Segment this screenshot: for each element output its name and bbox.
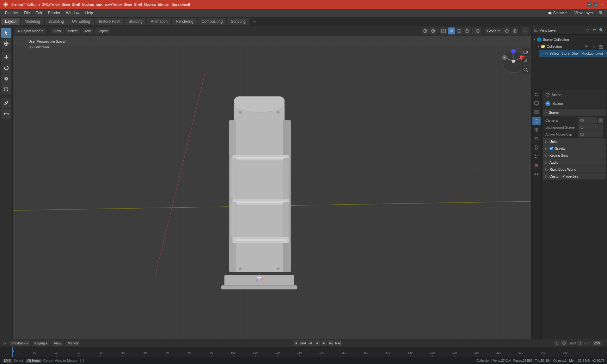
view-menu[interactable]: View <box>52 341 63 346</box>
viewport-options-button[interactable] <box>522 27 529 34</box>
keying-sets-section-header[interactable]: ▷ Keying Sets <box>543 152 606 159</box>
constraints-properties-button[interactable] <box>532 170 541 178</box>
outliner-search-button[interactable]: 🔍 <box>598 27 604 33</box>
menu-blender[interactable]: Blender <box>3 10 21 16</box>
measure-tool-button[interactable] <box>1 109 11 119</box>
current-frame-display[interactable]: 1 <box>554 341 560 346</box>
viewport-add-menu[interactable]: Add <box>82 28 93 33</box>
camera-value-field[interactable] <box>578 117 597 124</box>
marker-menu[interactable]: Marker <box>66 341 80 346</box>
output-properties-button[interactable] <box>532 99 541 107</box>
background-scene-value-field[interactable] <box>578 124 603 130</box>
gravity-section-header[interactable]: ▷ Gravity <box>543 145 606 152</box>
viewport-wireframe-button[interactable] <box>440 27 447 34</box>
custom-properties-section-header[interactable]: ▷ Custom Properties <box>543 173 606 179</box>
units-section-header[interactable]: ▷ Units <box>543 138 606 145</box>
outliner-sync-button[interactable]: ⇄ <box>591 27 598 33</box>
outliner-object[interactable]: ▷ ⬡ Yellow_Store_Shelf_Mockup_pivot 👁 ↖ … <box>539 50 607 57</box>
viewport-hand-button[interactable] <box>522 57 530 65</box>
workspace-selector[interactable]: 🔲 Scene ▾ <box>544 10 570 16</box>
viewport-zoom-button[interactable] <box>522 66 530 74</box>
clock-icon-button[interactable] <box>561 340 567 346</box>
viewport-global-local[interactable]: Global ▾ <box>485 28 502 33</box>
tab-sculpting[interactable]: Sculpting <box>45 18 68 25</box>
outliner-scene-collection[interactable]: ▾ 🌐 Scene Collection <box>531 36 607 43</box>
view-layer-properties-button[interactable] <box>532 108 541 116</box>
annotate-tool-button[interactable] <box>1 98 11 108</box>
viewport-xray-button[interactable] <box>474 27 481 34</box>
tab-shading[interactable]: Shading <box>125 18 146 25</box>
start-frame-display[interactable]: 1 <box>577 341 583 346</box>
modifier-properties-button[interactable] <box>532 143 541 152</box>
menu-render[interactable]: Render <box>45 10 63 16</box>
menu-window[interactable]: Window <box>64 10 82 16</box>
tab-uv-editing[interactable]: UV Editing <box>68 18 94 25</box>
outliner-collection[interactable]: ▾ 📁 Collection 👁 ↖ 📷 <box>535 43 607 50</box>
tab-rendering[interactable]: Rendering <box>172 18 197 25</box>
play-reverse-button[interactable]: ◀ <box>314 340 320 346</box>
play-button[interactable]: ▶ <box>321 340 327 346</box>
collection-render-button[interactable]: 📷 <box>598 43 604 50</box>
tab-compositing[interactable]: Compositing <box>198 18 227 25</box>
object-properties-button[interactable] <box>532 135 541 143</box>
close-button[interactable]: ✕ <box>599 2 604 7</box>
physics-properties-button[interactable] <box>532 161 541 169</box>
scene-properties-button[interactable] <box>532 117 541 125</box>
keying-menu[interactable]: Keying ▾ <box>33 341 50 346</box>
view-layer-selector[interactable]: View Layer <box>571 10 596 16</box>
collection-eye-button[interactable]: 👁 <box>583 43 589 50</box>
snap-button[interactable] <box>503 27 510 34</box>
scale-tool-button[interactable] <box>1 74 11 84</box>
viewport-solid-button[interactable] <box>448 27 455 34</box>
jump-end-button[interactable]: ▶▶| <box>335 340 341 346</box>
render-properties-button[interactable] <box>532 90 541 99</box>
gravity-checkbox[interactable] <box>549 147 553 150</box>
tab-scripting[interactable]: Scripting <box>227 18 249 25</box>
viewport-show-overlays-button[interactable] <box>430 27 437 34</box>
timeline-ruler[interactable]: 1 10 20 30 40 50 60 70 80 90 1 <box>0 347 607 357</box>
transform-tool-button[interactable] <box>1 84 11 94</box>
tab-animation[interactable]: Animation <box>147 18 171 25</box>
rotate-tool-button[interactable] <box>1 63 11 73</box>
active-movie-clip-value-field[interactable] <box>578 131 603 137</box>
jump-start-button[interactable]: |◀◀ <box>300 340 306 346</box>
end-frame-display[interactable]: 250 <box>592 341 602 346</box>
maximize-button[interactable]: □ <box>593 2 598 7</box>
object-eye-button[interactable]: 👁 <box>604 50 607 57</box>
outliner-filter-button[interactable]: ▽ <box>584 27 591 33</box>
collection-select-button[interactable]: ↖ <box>591 43 597 50</box>
tab-texture-paint[interactable]: Texture Paint <box>95 18 124 25</box>
menu-edit[interactable]: Edit <box>33 10 45 16</box>
world-properties-button[interactable] <box>532 126 541 134</box>
menu-file[interactable]: File <box>21 10 32 16</box>
prev-keyframe-button[interactable]: |◀ <box>307 340 313 346</box>
scene-section-header[interactable]: ▾ Scene <box>543 109 606 116</box>
viewport-view-menu[interactable]: View <box>51 28 64 33</box>
viewport-mode-selector[interactable]: ● Object Mode ▾ <box>15 28 46 33</box>
move-tool-button[interactable] <box>1 52 11 62</box>
particles-properties-button[interactable] <box>532 152 541 161</box>
camera-edit-button[interactable]: ✎ <box>598 118 603 123</box>
menu-help[interactable]: Help <box>83 10 95 16</box>
search-button[interactable]: 🔍 <box>598 9 604 16</box>
next-keyframe-button[interactable]: ▶| <box>328 340 334 346</box>
select-tool-button[interactable] <box>1 28 11 38</box>
viewport-select-menu[interactable]: Select <box>65 28 80 33</box>
add-tab-button[interactable]: ＋ <box>250 18 259 25</box>
rigid-body-world-section-header[interactable]: ▷ Rigid Body World <box>543 166 606 173</box>
cursor-tool-button[interactable] <box>1 39 11 49</box>
tab-layout[interactable]: Layout <box>1 18 20 25</box>
viewport-object-menu[interactable]: Object <box>95 28 110 33</box>
viewport-scene[interactable]: X Y Z <box>13 36 531 339</box>
viewport-camera-button[interactable] <box>522 48 530 56</box>
viewport-show-gizmo-button[interactable] <box>422 27 429 34</box>
proportional-edit-button[interactable] <box>511 27 518 34</box>
viewport[interactable]: ● Object Mode ▾ View Select Add Object <box>13 26 531 339</box>
viewport-material-button[interactable] <box>456 27 463 34</box>
stop-button[interactable]: ■ <box>293 340 299 346</box>
playback-menu[interactable]: Playback ▾ <box>9 341 30 346</box>
tab-modeling[interactable]: Modeling <box>21 18 44 25</box>
viewport-rendered-button[interactable] <box>464 27 471 34</box>
minimize-button[interactable]: ─ <box>587 2 592 7</box>
audio-section-header[interactable]: ▷ Audio <box>543 159 606 166</box>
